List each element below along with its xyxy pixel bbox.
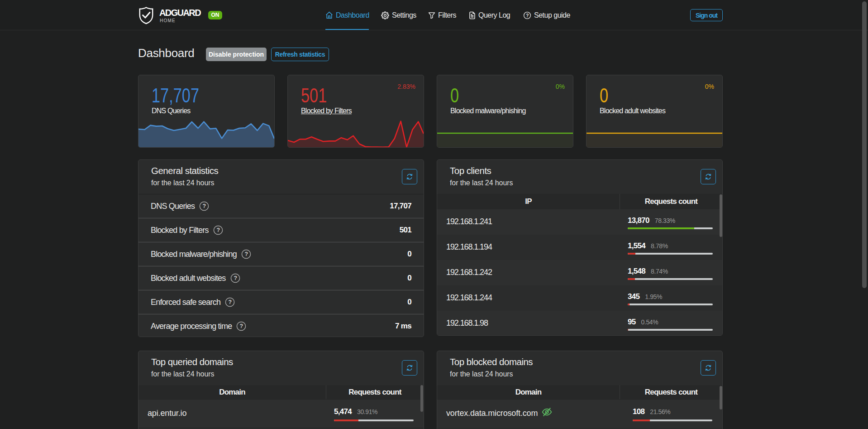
svg-text:?: ? <box>216 227 219 233</box>
svg-text:?: ? <box>526 13 529 18</box>
svg-text:?: ? <box>203 203 206 209</box>
svg-text:?: ? <box>234 275 237 281</box>
svg-text:?: ? <box>240 323 243 329</box>
svg-text:?: ? <box>245 251 248 257</box>
svg-text:?: ? <box>229 299 232 305</box>
